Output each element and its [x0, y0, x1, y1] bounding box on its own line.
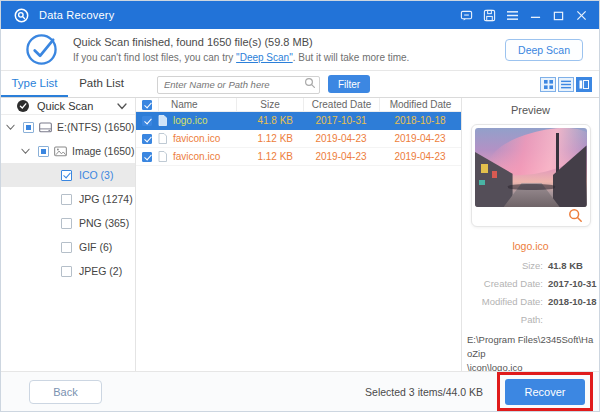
- search-icon: [304, 77, 316, 89]
- preview-card: [471, 124, 591, 227]
- checkbox-unchecked[interactable]: [61, 218, 72, 229]
- preview-file-name: logo.ico: [462, 240, 599, 252]
- tree-item-label: ICO (3): [79, 169, 113, 181]
- checkbox-checked[interactable]: [61, 170, 72, 181]
- tree-item-label: Image (1650): [72, 145, 134, 157]
- checkbox-partial[interactable]: [23, 122, 34, 133]
- tab-path-list[interactable]: Path List: [68, 71, 135, 97]
- preview-field-modified: Modified Date: 2018-10-18: [462, 296, 599, 307]
- checkbox-unchecked[interactable]: [61, 194, 72, 205]
- recover-button[interactable]: Recover: [505, 379, 585, 405]
- tree-item-image[interactable]: Image (1650): [1, 139, 135, 163]
- search-input[interactable]: [157, 76, 320, 94]
- scan-hint-text: If you can't find lost files, you can tr…: [73, 52, 409, 63]
- tree-item-png[interactable]: PNG (365): [1, 211, 135, 235]
- file-icon: [158, 133, 167, 144]
- file-size: 41.8 KB: [236, 115, 303, 126]
- select-all-checkbox[interactable]: [142, 100, 152, 110]
- chevron-down-icon[interactable]: [21, 148, 30, 155]
- row-checkbox[interactable]: [142, 134, 152, 144]
- tree-item-ico[interactable]: ICO (3): [1, 163, 135, 187]
- tree-item-label: GIF (6): [79, 241, 112, 253]
- field-label: Created Date:: [462, 278, 543, 289]
- file-table: Name Size Created Date Modified Date log…: [136, 98, 461, 371]
- selection-summary: Selected 3 items/44.0 KB: [365, 386, 483, 398]
- tree-item-gif[interactable]: GIF (6): [1, 235, 135, 259]
- file-size: 1.12 KB: [236, 133, 303, 144]
- checkbox-unchecked[interactable]: [61, 242, 72, 253]
- table-row[interactable]: logo.ico 41.8 KB 2017-10-31 2018-10-18: [136, 112, 461, 130]
- file-created-date: 2019-04-23: [303, 151, 379, 162]
- list-view-icon[interactable]: [558, 77, 574, 92]
- file-modified-date: 2018-10-18: [379, 115, 461, 126]
- deep-scan-button[interactable]: Deep Scan: [505, 39, 583, 61]
- file-created-date: 2019-04-23: [303, 133, 379, 144]
- field-label: Path:: [462, 314, 543, 325]
- maximize-icon[interactable]: [550, 7, 566, 23]
- column-header-size[interactable]: Size: [236, 98, 303, 111]
- file-name: logo.ico: [173, 115, 207, 126]
- file-modified-date: 2019-04-23: [379, 133, 461, 144]
- file-icon: [158, 151, 167, 162]
- preview-field-path: Path:: [462, 314, 599, 325]
- footer-bar: Back Selected 3 items/44.0 KB Recover: [1, 371, 599, 411]
- checkbox-unchecked[interactable]: [61, 266, 72, 277]
- quick-scan-label: Quick Scan: [37, 100, 93, 112]
- chevron-down-icon[interactable]: [117, 103, 127, 110]
- quick-scan-icon: [17, 100, 29, 112]
- table-header: Name Size Created Date Modified Date: [136, 98, 461, 112]
- row-checkbox[interactable]: [142, 152, 152, 162]
- scan-summary-text: Quick Scan finished, found 1650 file(s) …: [73, 36, 409, 48]
- preview-field-created: Created Date: 2017-10-31: [462, 278, 599, 289]
- preview-field-size: Size: 41.8 KB: [462, 260, 599, 271]
- menu-icon[interactable]: [504, 7, 520, 23]
- scan-result-banner: Quick Scan finished, found 1650 file(s) …: [1, 29, 599, 71]
- minimize-icon[interactable]: [527, 7, 543, 23]
- tree-item-drive[interactable]: E:(NTFS) (1650): [1, 115, 135, 139]
- back-button[interactable]: Back: [29, 380, 102, 404]
- tree-item-jpeg[interactable]: JPEG (2): [1, 259, 135, 283]
- column-header-created[interactable]: Created Date: [303, 98, 379, 111]
- row-checkbox[interactable]: [142, 116, 152, 126]
- tree-header-quick-scan[interactable]: Quick Scan: [1, 98, 135, 115]
- file-size: 1.12 KB: [236, 151, 303, 162]
- preview-panel: Preview logo.ico Si: [461, 98, 599, 371]
- hint-prefix: If you can't find lost files, you can tr…: [73, 52, 236, 63]
- file-modified-date: 2019-04-23: [379, 151, 461, 162]
- field-value: 41.8 KB: [548, 260, 583, 271]
- preview-title: Preview: [462, 98, 599, 116]
- tree-item-label: JPG (1274): [79, 193, 133, 205]
- filter-button[interactable]: Filter: [328, 75, 370, 93]
- tree-item-jpg[interactable]: JPG (1274): [1, 187, 135, 211]
- grid-view-icon[interactable]: [540, 77, 556, 92]
- column-header-name[interactable]: Name: [158, 98, 236, 111]
- app-window: Data Recovery: [0, 0, 600, 412]
- preview-path-value: E:\Program Files\2345Soft\HaoZip \icon\l…: [462, 332, 599, 374]
- list-tabs: Type List Path List: [1, 71, 136, 97]
- tree-item-label: JPEG (2): [79, 265, 122, 277]
- app-logo-icon: [14, 8, 29, 23]
- feedback-icon[interactable]: [458, 7, 474, 23]
- main-content: Quick Scan E:(NTFS) (1650) Image (1650) …: [1, 98, 599, 371]
- file-name: favicon.ico: [173, 151, 220, 162]
- path-line1: E:\Program Files\2345Soft\HaoZip: [467, 334, 593, 359]
- tree-item-label: E:(NTFS) (1650): [57, 121, 135, 133]
- save-icon[interactable]: [481, 7, 497, 23]
- table-row[interactable]: favicon.ico 1.12 KB 2019-04-23 2019-04-2…: [136, 130, 461, 148]
- preview-view-icon[interactable]: [576, 77, 592, 92]
- app-title: Data Recovery: [39, 9, 114, 21]
- table-row[interactable]: favicon.ico 1.12 KB 2019-04-23 2019-04-2…: [136, 148, 461, 166]
- column-header-modified[interactable]: Modified Date: [379, 98, 461, 111]
- close-icon[interactable]: [573, 7, 589, 23]
- image-icon: [54, 146, 67, 157]
- zoom-preview-icon[interactable]: [568, 208, 583, 223]
- chevron-down-icon[interactable]: [6, 124, 15, 131]
- toolbar: Type List Path List Filter: [1, 71, 599, 98]
- file-created-date: 2017-10-31: [303, 115, 379, 126]
- field-label: Modified Date:: [462, 296, 543, 307]
- tree-item-label: PNG (365): [79, 217, 129, 229]
- field-value: 2017-10-31: [548, 278, 597, 289]
- checkbox-partial[interactable]: [38, 146, 49, 157]
- tab-type-list[interactable]: Type List: [1, 71, 68, 97]
- deep-scan-link[interactable]: "Deep Scan": [236, 52, 293, 63]
